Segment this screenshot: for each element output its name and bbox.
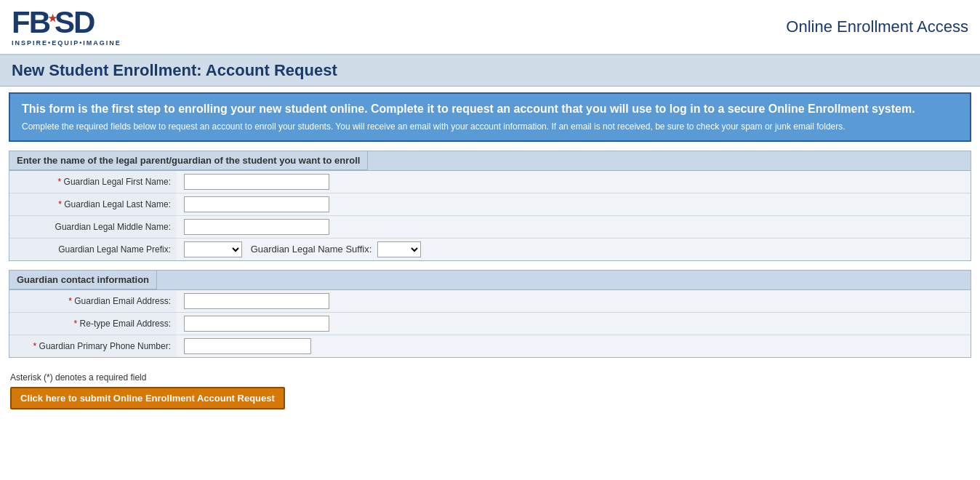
table-row: * Re-type Email Address: <box>9 313 971 335</box>
asterisk-note: Asterisk (*) denotes a required field <box>10 372 970 383</box>
guardian-name-section-header-row: Enter the name of the legal parent/guard… <box>9 151 971 171</box>
logo-sd: SD <box>55 5 94 39</box>
guardian-prefix-cell: Mr. Mrs. Ms. Dr. Guardian Legal Name Suf… <box>177 239 971 261</box>
guardian-name-section: Enter the name of the legal parent/guard… <box>9 151 971 261</box>
required-star: * <box>68 296 72 306</box>
guardian-contact-section-header-row: Guardian contact information <box>9 271 971 290</box>
header: FB★SD INSPIRE•EQUIP•IMAGINE Online Enrol… <box>0 0 980 55</box>
guardian-phone-label: * Guardian Primary Phone Number: <box>9 335 177 358</box>
page-title: New Student Enrollment: Account Request <box>12 61 968 80</box>
guardian-prefix-label: Guardian Legal Name Prefix: <box>9 239 177 261</box>
logo-text: FB★SD <box>12 7 94 38</box>
guardian-first-name-cell <box>177 171 971 193</box>
guardian-middle-name-input[interactable] <box>184 219 329 235</box>
header-title: Online Enrollment Access <box>786 17 968 36</box>
guardian-prefix-select[interactable]: Mr. Mrs. Ms. Dr. <box>184 241 242 257</box>
guardian-middle-name-label: Guardian Legal Middle Name: <box>9 216 177 239</box>
logo-fb: FB <box>12 5 49 39</box>
guardian-email-retype-input[interactable] <box>184 316 329 332</box>
guardian-name-section-header: Enter the name of the legal parent/guard… <box>9 151 368 170</box>
guardian-last-name-cell <box>177 193 971 216</box>
guardian-suffix-select[interactable]: Jr. Sr. II III <box>377 241 421 257</box>
table-row: * Guardian Legal Last Name: <box>9 193 971 216</box>
logo-tagline: INSPIRE•EQUIP•IMAGINE <box>12 39 121 47</box>
guardian-name-form: * Guardian Legal First Name: * Guardian … <box>9 171 971 260</box>
table-row: Guardian Legal Middle Name: <box>9 216 971 239</box>
guardian-email-cell <box>177 290 971 313</box>
required-star: * <box>58 199 62 209</box>
footer-area: Asterisk (*) denotes a required field Cl… <box>0 367 980 415</box>
logo: FB★SD INSPIRE•EQUIP•IMAGINE <box>12 7 121 47</box>
info-box-heading: This form is the first step to enrolling… <box>22 103 958 116</box>
guardian-email-input[interactable] <box>184 293 329 309</box>
guardian-email-retype-cell <box>177 313 971 335</box>
table-row: * Guardian Email Address: <box>9 290 971 313</box>
guardian-email-retype-label: * Re-type Email Address: <box>9 313 177 335</box>
guardian-contact-form: * Guardian Email Address: * Re-type Emai… <box>9 290 971 357</box>
guardian-contact-section-header: Guardian contact information <box>9 271 157 289</box>
guardian-middle-name-cell <box>177 216 971 239</box>
required-star: * <box>58 177 62 187</box>
guardian-phone-cell <box>177 335 971 358</box>
page-title-bar: New Student Enrollment: Account Request <box>0 55 980 87</box>
guardian-first-name-input[interactable] <box>184 174 329 190</box>
guardian-phone-input[interactable] <box>184 338 311 354</box>
guardian-last-name-label: * Guardian Legal Last Name: <box>9 193 177 216</box>
required-star: * <box>33 341 37 351</box>
guardian-first-name-label: * Guardian Legal First Name: <box>9 171 177 193</box>
guardian-last-name-input[interactable] <box>184 196 329 212</box>
table-row: * Guardian Primary Phone Number: <box>9 335 971 358</box>
info-box-detail: Complete the required fields below to re… <box>22 121 958 132</box>
table-row: Guardian Legal Name Prefix: Mr. Mrs. Ms.… <box>9 239 971 261</box>
table-row: * Guardian Legal First Name: <box>9 171 971 193</box>
submit-button[interactable]: Click here to submit Online Enrollment A… <box>10 387 285 409</box>
guardian-email-label: * Guardian Email Address: <box>9 290 177 313</box>
info-box: This form is the first step to enrolling… <box>9 92 971 142</box>
guardian-contact-section: Guardian contact information * Guardian … <box>9 270 971 358</box>
required-star: * <box>74 319 78 329</box>
guardian-suffix-label: Guardian Legal Name Suffix: <box>251 244 372 255</box>
